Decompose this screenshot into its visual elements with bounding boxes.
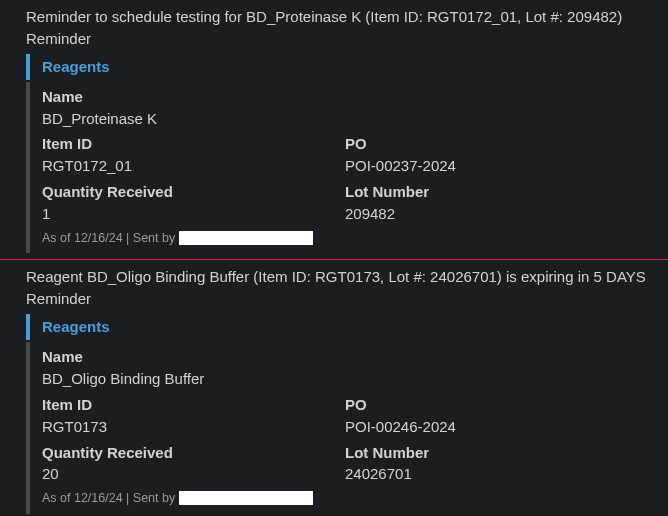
redacted-sender — [179, 491, 313, 505]
section-bar: Reagents — [26, 314, 648, 340]
attachment-block: Name BD_Oligo Binding Buffer Item ID RGT… — [26, 342, 648, 514]
field-itemid: Item ID RGT0172_01 — [42, 133, 345, 177]
field-label: Name — [42, 86, 648, 108]
field-label: Quantity Received — [42, 442, 345, 464]
field-po: PO POI-00237-2024 — [345, 133, 648, 177]
field-name: Name BD_Proteinase K — [42, 86, 648, 130]
message-title: Reagent BD_Oligo Binding Buffer (Item ID… — [26, 266, 648, 310]
field-value: POI-00237-2024 — [345, 155, 648, 177]
field-qty: Quantity Received 1 — [42, 181, 345, 225]
field-value: 24026701 — [345, 463, 648, 485]
field-value: RGT0173 — [42, 416, 345, 438]
message-title: Reminder to schedule testing for BD_Prot… — [26, 6, 648, 50]
field-label: Lot Number — [345, 442, 648, 464]
attachment-block: Name BD_Proteinase K Item ID RGT0172_01 … — [26, 82, 648, 254]
field-value: POI-00246-2024 — [345, 416, 648, 438]
section-bar: Reagents — [26, 54, 648, 80]
attachment-footer: As of 12/16/24 | Sent by — [42, 489, 648, 507]
field-po: PO POI-00246-2024 — [345, 394, 648, 438]
field-label: Quantity Received — [42, 181, 345, 203]
field-label: Lot Number — [345, 181, 648, 203]
field-qty: Quantity Received 20 — [42, 442, 345, 486]
attachment-footer: As of 12/16/24 | Sent by — [42, 229, 648, 247]
field-value: BD_Proteinase K — [42, 108, 648, 130]
field-lot: Lot Number 209482 — [345, 181, 648, 225]
field-itemid: Item ID RGT0173 — [42, 394, 345, 438]
field-value: 209482 — [345, 203, 648, 225]
section-title: Reagents — [42, 314, 648, 340]
field-label: PO — [345, 133, 648, 155]
field-lot: Lot Number 24026701 — [345, 442, 648, 486]
redacted-sender — [179, 231, 313, 245]
message-block: :11 Reagent BD_Oligo Binding Buffer (Ite… — [0, 259, 668, 516]
field-value: 20 — [42, 463, 345, 485]
field-label: Name — [42, 346, 648, 368]
section-title: Reagents — [42, 54, 648, 80]
field-name: Name BD_Oligo Binding Buffer — [42, 346, 648, 390]
field-label: Item ID — [42, 133, 345, 155]
footer-text: As of 12/16/24 | Sent by — [42, 229, 175, 247]
field-value: 1 — [42, 203, 345, 225]
footer-text: As of 12/16/24 | Sent by — [42, 489, 175, 507]
field-value: BD_Oligo Binding Buffer — [42, 368, 648, 390]
message-block: Reminder to schedule testing for BD_Prot… — [0, 0, 668, 259]
field-label: PO — [345, 394, 648, 416]
field-label: Item ID — [42, 394, 345, 416]
message-timestamp[interactable]: :11 — [0, 268, 1, 286]
field-value: RGT0172_01 — [42, 155, 345, 177]
